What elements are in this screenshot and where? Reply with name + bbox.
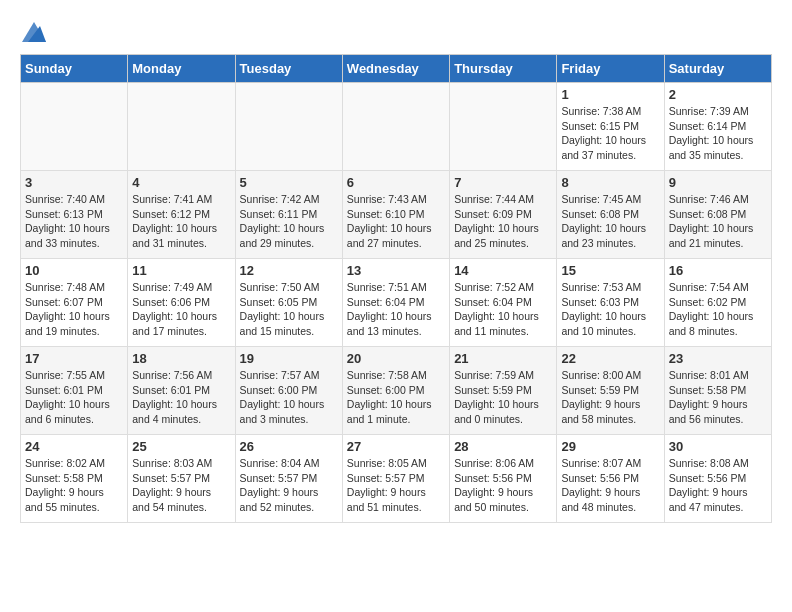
calendar-cell: 26Sunrise: 8:04 AMSunset: 5:57 PMDayligh… (235, 435, 342, 523)
day-info: Sunrise: 8:00 AMSunset: 5:59 PMDaylight:… (561, 368, 659, 427)
calendar-cell: 3Sunrise: 7:40 AMSunset: 6:13 PMDaylight… (21, 171, 128, 259)
calendar-cell (235, 83, 342, 171)
day-info: Sunrise: 7:57 AMSunset: 6:00 PMDaylight:… (240, 368, 338, 427)
day-info: Sunrise: 7:50 AMSunset: 6:05 PMDaylight:… (240, 280, 338, 339)
calendar-cell: 15Sunrise: 7:53 AMSunset: 6:03 PMDayligh… (557, 259, 664, 347)
day-info: Sunrise: 7:58 AMSunset: 6:00 PMDaylight:… (347, 368, 445, 427)
day-number: 23 (669, 351, 767, 366)
day-info: Sunrise: 7:43 AMSunset: 6:10 PMDaylight:… (347, 192, 445, 251)
day-info: Sunrise: 7:53 AMSunset: 6:03 PMDaylight:… (561, 280, 659, 339)
calendar-cell (21, 83, 128, 171)
calendar-cell: 22Sunrise: 8:00 AMSunset: 5:59 PMDayligh… (557, 347, 664, 435)
calendar-cell: 27Sunrise: 8:05 AMSunset: 5:57 PMDayligh… (342, 435, 449, 523)
days-of-week-row: SundayMondayTuesdayWednesdayThursdayFrid… (21, 55, 772, 83)
calendar-cell: 10Sunrise: 7:48 AMSunset: 6:07 PMDayligh… (21, 259, 128, 347)
day-info: Sunrise: 7:55 AMSunset: 6:01 PMDaylight:… (25, 368, 123, 427)
day-number: 2 (669, 87, 767, 102)
calendar-cell: 2Sunrise: 7:39 AMSunset: 6:14 PMDaylight… (664, 83, 771, 171)
day-number: 26 (240, 439, 338, 454)
calendar-cell: 17Sunrise: 7:55 AMSunset: 6:01 PMDayligh… (21, 347, 128, 435)
calendar-cell: 20Sunrise: 7:58 AMSunset: 6:00 PMDayligh… (342, 347, 449, 435)
day-of-week-header: Thursday (450, 55, 557, 83)
calendar-cell: 11Sunrise: 7:49 AMSunset: 6:06 PMDayligh… (128, 259, 235, 347)
calendar-cell: 14Sunrise: 7:52 AMSunset: 6:04 PMDayligh… (450, 259, 557, 347)
calendar-cell: 28Sunrise: 8:06 AMSunset: 5:56 PMDayligh… (450, 435, 557, 523)
day-number: 15 (561, 263, 659, 278)
day-info: Sunrise: 8:04 AMSunset: 5:57 PMDaylight:… (240, 456, 338, 515)
calendar-cell: 13Sunrise: 7:51 AMSunset: 6:04 PMDayligh… (342, 259, 449, 347)
day-info: Sunrise: 8:08 AMSunset: 5:56 PMDaylight:… (669, 456, 767, 515)
calendar-cell: 25Sunrise: 8:03 AMSunset: 5:57 PMDayligh… (128, 435, 235, 523)
day-number: 22 (561, 351, 659, 366)
day-number: 4 (132, 175, 230, 190)
day-number: 6 (347, 175, 445, 190)
calendar-cell: 29Sunrise: 8:07 AMSunset: 5:56 PMDayligh… (557, 435, 664, 523)
day-info: Sunrise: 7:45 AMSunset: 6:08 PMDaylight:… (561, 192, 659, 251)
day-info: Sunrise: 8:05 AMSunset: 5:57 PMDaylight:… (347, 456, 445, 515)
calendar-table: SundayMondayTuesdayWednesdayThursdayFrid… (20, 54, 772, 523)
calendar-cell: 4Sunrise: 7:41 AMSunset: 6:12 PMDaylight… (128, 171, 235, 259)
day-of-week-header: Sunday (21, 55, 128, 83)
day-number: 16 (669, 263, 767, 278)
day-number: 7 (454, 175, 552, 190)
day-number: 17 (25, 351, 123, 366)
calendar-cell: 7Sunrise: 7:44 AMSunset: 6:09 PMDaylight… (450, 171, 557, 259)
day-info: Sunrise: 7:52 AMSunset: 6:04 PMDaylight:… (454, 280, 552, 339)
day-of-week-header: Saturday (664, 55, 771, 83)
day-info: Sunrise: 7:39 AMSunset: 6:14 PMDaylight:… (669, 104, 767, 163)
calendar-cell: 6Sunrise: 7:43 AMSunset: 6:10 PMDaylight… (342, 171, 449, 259)
day-info: Sunrise: 7:48 AMSunset: 6:07 PMDaylight:… (25, 280, 123, 339)
calendar-cell: 12Sunrise: 7:50 AMSunset: 6:05 PMDayligh… (235, 259, 342, 347)
logo-icon (22, 20, 46, 44)
day-number: 29 (561, 439, 659, 454)
day-info: Sunrise: 8:07 AMSunset: 5:56 PMDaylight:… (561, 456, 659, 515)
page-header (20, 20, 772, 44)
calendar-week-row: 24Sunrise: 8:02 AMSunset: 5:58 PMDayligh… (21, 435, 772, 523)
calendar-cell: 18Sunrise: 7:56 AMSunset: 6:01 PMDayligh… (128, 347, 235, 435)
day-info: Sunrise: 7:41 AMSunset: 6:12 PMDaylight:… (132, 192, 230, 251)
day-info: Sunrise: 7:49 AMSunset: 6:06 PMDaylight:… (132, 280, 230, 339)
calendar-week-row: 10Sunrise: 7:48 AMSunset: 6:07 PMDayligh… (21, 259, 772, 347)
day-number: 18 (132, 351, 230, 366)
calendar-cell: 24Sunrise: 8:02 AMSunset: 5:58 PMDayligh… (21, 435, 128, 523)
day-number: 3 (25, 175, 123, 190)
day-number: 12 (240, 263, 338, 278)
calendar-cell: 23Sunrise: 8:01 AMSunset: 5:58 PMDayligh… (664, 347, 771, 435)
day-number: 11 (132, 263, 230, 278)
day-info: Sunrise: 7:54 AMSunset: 6:02 PMDaylight:… (669, 280, 767, 339)
calendar-cell (128, 83, 235, 171)
calendar-cell: 30Sunrise: 8:08 AMSunset: 5:56 PMDayligh… (664, 435, 771, 523)
calendar-week-row: 17Sunrise: 7:55 AMSunset: 6:01 PMDayligh… (21, 347, 772, 435)
day-of-week-header: Friday (557, 55, 664, 83)
day-of-week-header: Wednesday (342, 55, 449, 83)
calendar-week-row: 1Sunrise: 7:38 AMSunset: 6:15 PMDaylight… (21, 83, 772, 171)
calendar-cell (450, 83, 557, 171)
day-number: 21 (454, 351, 552, 366)
day-number: 5 (240, 175, 338, 190)
day-info: Sunrise: 8:06 AMSunset: 5:56 PMDaylight:… (454, 456, 552, 515)
day-number: 9 (669, 175, 767, 190)
day-info: Sunrise: 7:59 AMSunset: 5:59 PMDaylight:… (454, 368, 552, 427)
day-info: Sunrise: 7:56 AMSunset: 6:01 PMDaylight:… (132, 368, 230, 427)
day-number: 19 (240, 351, 338, 366)
day-info: Sunrise: 7:38 AMSunset: 6:15 PMDaylight:… (561, 104, 659, 163)
calendar-cell: 19Sunrise: 7:57 AMSunset: 6:00 PMDayligh… (235, 347, 342, 435)
day-info: Sunrise: 8:02 AMSunset: 5:58 PMDaylight:… (25, 456, 123, 515)
calendar-cell: 9Sunrise: 7:46 AMSunset: 6:08 PMDaylight… (664, 171, 771, 259)
calendar-cell: 16Sunrise: 7:54 AMSunset: 6:02 PMDayligh… (664, 259, 771, 347)
logo (20, 20, 46, 44)
day-number: 24 (25, 439, 123, 454)
calendar-cell (342, 83, 449, 171)
day-info: Sunrise: 7:46 AMSunset: 6:08 PMDaylight:… (669, 192, 767, 251)
day-info: Sunrise: 7:42 AMSunset: 6:11 PMDaylight:… (240, 192, 338, 251)
day-number: 28 (454, 439, 552, 454)
day-of-week-header: Monday (128, 55, 235, 83)
day-number: 8 (561, 175, 659, 190)
day-info: Sunrise: 8:03 AMSunset: 5:57 PMDaylight:… (132, 456, 230, 515)
day-number: 1 (561, 87, 659, 102)
day-info: Sunrise: 7:44 AMSunset: 6:09 PMDaylight:… (454, 192, 552, 251)
calendar-cell: 5Sunrise: 7:42 AMSunset: 6:11 PMDaylight… (235, 171, 342, 259)
calendar-cell: 21Sunrise: 7:59 AMSunset: 5:59 PMDayligh… (450, 347, 557, 435)
calendar-week-row: 3Sunrise: 7:40 AMSunset: 6:13 PMDaylight… (21, 171, 772, 259)
day-number: 13 (347, 263, 445, 278)
